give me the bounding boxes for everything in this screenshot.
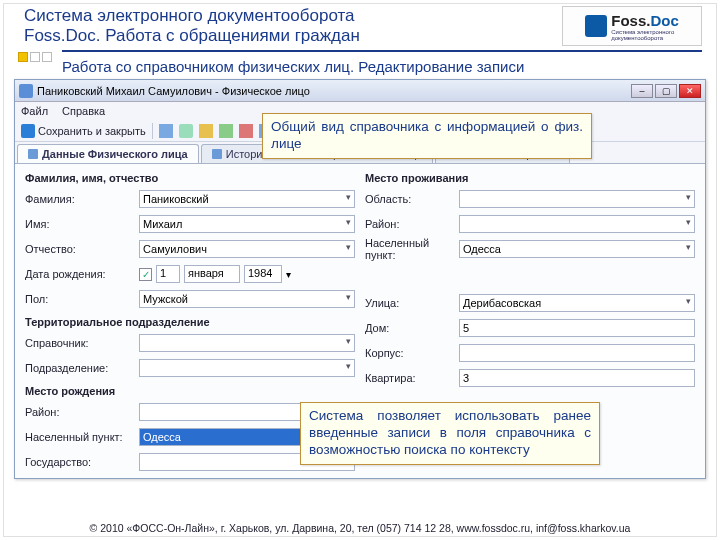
dob-day[interactable]: 1 (156, 265, 180, 283)
input-flat[interactable]: 3 (459, 369, 695, 387)
label-flat: Квартира: (365, 372, 455, 384)
label-department: Подразделение: (25, 362, 135, 374)
input-settlement[interactable]: Одесса (459, 240, 695, 258)
label-name: Имя: (25, 218, 135, 230)
input-directory[interactable] (139, 334, 355, 352)
input-name[interactable]: Михаил (139, 215, 355, 233)
menu-help[interactable]: Справка (62, 105, 105, 117)
label-birth-region: Район: (25, 406, 135, 418)
callout-context-search: Система позволяет использовать ранее вве… (300, 402, 600, 465)
dob-year[interactable]: 1984 (244, 265, 282, 283)
label-birth-settlement: Населенный пункт: (25, 431, 135, 443)
menu-file[interactable]: Файл (21, 105, 48, 117)
tab-person-data[interactable]: Данные Физического лица (17, 144, 199, 163)
input-sex[interactable]: Мужской (139, 290, 355, 308)
label-region: Район: (365, 218, 455, 230)
dob-month[interactable]: января (184, 265, 240, 283)
toolbar-icon-5[interactable] (239, 124, 253, 138)
toolbar-icon-1[interactable] (159, 124, 173, 138)
input-patronymic[interactable]: Самуилович (139, 240, 355, 258)
label-house: Дом: (365, 322, 455, 334)
tab-icon (212, 149, 222, 159)
label-sex: Пол: (25, 293, 135, 305)
label-patronymic: Отчество: (25, 243, 135, 255)
label-korpus: Корпус: (365, 347, 455, 359)
input-region[interactable] (459, 215, 695, 233)
app-icon (19, 84, 33, 98)
input-street[interactable]: Дерибасовская (459, 294, 695, 312)
label-country: Государство: (25, 456, 135, 468)
input-korpus[interactable] (459, 344, 695, 362)
accent-icon (18, 52, 52, 62)
tab-icon (28, 149, 38, 159)
section-fio: Фамилия, имя, отчество (25, 172, 355, 184)
toolbar-icon-4[interactable] (219, 124, 233, 138)
maximize-button[interactable]: ▢ (655, 84, 677, 98)
label-directory: Справочник: (25, 337, 135, 349)
titlebar[interactable]: Паниковский Михаил Самуилович - Физическ… (15, 80, 705, 102)
label-street: Улица: (365, 297, 455, 309)
input-department[interactable] (139, 359, 355, 377)
label-oblast: Область: (365, 193, 455, 205)
minimize-button[interactable]: – (631, 84, 653, 98)
label-surname: Фамилия: (25, 193, 135, 205)
input-house[interactable]: 5 (459, 319, 695, 337)
section-address: Место проживания (365, 172, 695, 184)
dob-checkbox[interactable]: ✓ (139, 268, 152, 281)
label-dob: Дата рождения: (25, 268, 135, 280)
input-oblast[interactable] (459, 190, 695, 208)
toolbar-icon-3[interactable] (199, 124, 213, 138)
callout-overview: Общий вид справочника с информацией о фи… (262, 113, 592, 159)
label-settlement: Населенный пункт: (365, 237, 455, 261)
footer: © 2010 «ФОСС-Он-Лайн», г. Харьков, ул. Д… (0, 522, 720, 534)
section-birthplace: Место рождения (25, 385, 355, 397)
save-icon (21, 124, 35, 138)
save-and-close-button[interactable]: Сохранить и закрыть (21, 124, 146, 138)
section-territory: Территориальное подразделение (25, 316, 355, 328)
toolbar-icon-2[interactable] (179, 124, 193, 138)
close-button[interactable]: ✕ (679, 84, 701, 98)
window-title: Паниковский Михаил Самуилович - Физическ… (37, 85, 310, 97)
input-surname[interactable]: Паниковский (139, 190, 355, 208)
